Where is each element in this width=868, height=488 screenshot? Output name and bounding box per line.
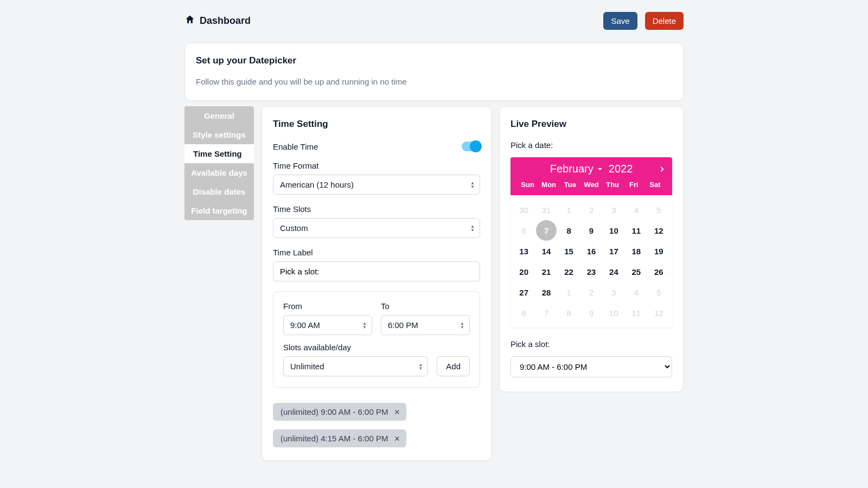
to-select[interactable]: 6:00 PM	[381, 315, 470, 335]
enable-time-label: Enable Time	[273, 142, 318, 151]
calendar-day[interactable]: 24	[603, 261, 624, 282]
calendar-day[interactable]: 20	[514, 261, 534, 282]
calendar-day[interactable]: 14	[536, 241, 557, 261]
delete-button[interactable]: Delete	[645, 12, 684, 30]
calendar-day: 4	[626, 282, 647, 303]
slot-select[interactable]: 9:00 AM - 6:00 PM	[510, 356, 672, 377]
calendar-day[interactable]: 21	[536, 261, 557, 282]
time-slots-label: Time Slots	[273, 204, 480, 214]
home-icon	[184, 14, 195, 28]
calendar-day: 10	[603, 303, 624, 323]
calendar-day[interactable]: 15	[559, 241, 579, 261]
calendar-day[interactable]: 18	[626, 241, 647, 261]
save-button[interactable]: Save	[603, 12, 637, 30]
select-chevron-icon: ▲▼	[460, 322, 464, 329]
calendar-day[interactable]: 17	[603, 241, 624, 261]
sidebar-item[interactable]: General	[184, 106, 254, 125]
time-format-select[interactable]: American (12 hours)	[273, 175, 480, 195]
calendar-day: 3	[603, 200, 624, 220]
calendar-day[interactable]: 11	[626, 220, 647, 241]
calendar-day[interactable]: 28	[536, 282, 557, 303]
calendar-day: 12	[648, 303, 669, 323]
calendar-day: 7	[536, 303, 557, 323]
calendar-day[interactable]: 23	[581, 261, 602, 282]
calendar-day: 2	[581, 200, 602, 220]
panel-title: Time Setting	[273, 119, 480, 130]
calendar-day[interactable]: 27	[514, 282, 534, 303]
calendar-day: 11	[626, 303, 647, 323]
add-slot-button[interactable]: Add	[437, 356, 470, 376]
brand-label: Dashboard	[200, 15, 251, 27]
remove-chip-button[interactable]	[393, 435, 401, 442]
slot-chip-label: (unlimited) 9:00 AM - 6:00 PM	[280, 407, 388, 416]
calendar-day: 5	[648, 200, 669, 220]
time-label-label: Time Label	[273, 248, 480, 257]
calendar-day[interactable]: 9	[581, 220, 602, 241]
calendar-day: 3	[603, 282, 624, 303]
brand: Dashboard	[184, 14, 251, 28]
calendar-day[interactable]: 10	[603, 220, 624, 241]
chevron-down-icon	[597, 166, 603, 172]
calendar-year[interactable]: 2022	[609, 163, 633, 175]
calendar-dow: Tue	[559, 178, 580, 191]
slot-builder: From 9:00 AM ▲▼ To 6:00 PM ▲▼	[273, 291, 480, 388]
calendar-day: 31	[536, 200, 557, 220]
slots-per-day-label: Slots available/day	[283, 343, 428, 352]
calendar-next-button[interactable]	[658, 165, 666, 173]
intro-subtitle: Follow this guide and you will be up and…	[196, 77, 672, 86]
close-icon	[393, 408, 401, 416]
enable-time-toggle[interactable]	[462, 142, 480, 151]
select-chevron-icon: ▲▼	[362, 322, 367, 329]
select-chevron-icon: ▲▼	[470, 224, 475, 232]
chevron-right-icon	[658, 165, 666, 173]
calendar-day[interactable]: 22	[559, 261, 579, 282]
from-select[interactable]: 9:00 AM	[283, 315, 372, 335]
calendar-dow: Fri	[623, 178, 644, 191]
remove-chip-button[interactable]	[393, 408, 401, 416]
calendar-day[interactable]: 26	[648, 261, 669, 282]
calendar-day: 1	[559, 200, 579, 220]
sidebar-item[interactable]: Time Setting	[184, 144, 254, 163]
sidebar-item[interactable]: Available days	[184, 163, 254, 182]
preview-title: Live Preview	[510, 119, 672, 130]
side-nav: GeneralStyle settingsTime SettingAvailab…	[184, 106, 254, 220]
calendar-day[interactable]: 13	[514, 241, 534, 261]
pick-slot-label: Pick a slot:	[510, 339, 672, 349]
calendar-day[interactable]: 7	[536, 220, 557, 241]
slots-per-day-select[interactable]: Unlimited	[283, 356, 428, 376]
sidebar-item[interactable]: Style settings	[184, 125, 254, 144]
calendar: February 2022 SunMonTueWedThuFriSat 3031…	[510, 157, 672, 328]
calendar-dow: Wed	[580, 178, 602, 191]
select-chevron-icon: ▲▼	[418, 363, 423, 370]
time-slots-select[interactable]: Custom	[273, 218, 480, 238]
sidebar-item[interactable]: Disable dates	[184, 182, 254, 201]
calendar-month-select[interactable]: February	[550, 163, 603, 175]
calendar-day: 2	[581, 282, 602, 303]
to-label: To	[381, 301, 470, 311]
calendar-day[interactable]: 19	[648, 241, 669, 261]
slot-chip: (unlimited) 9:00 AM - 6:00 PM	[273, 403, 406, 421]
calendar-day[interactable]: 8	[559, 220, 579, 241]
calendar-day: 5	[648, 282, 669, 303]
calendar-dow: Sun	[517, 178, 538, 191]
calendar-day[interactable]: 16	[581, 241, 602, 261]
intro-title: Set up your Datepicker	[196, 55, 672, 66]
calendar-day: 6	[514, 220, 534, 241]
calendar-day: 8	[559, 303, 579, 323]
calendar-day[interactable]: 25	[626, 261, 647, 282]
from-label: From	[283, 301, 372, 311]
live-preview-panel: Live Preview Pick a date: February 2022	[499, 106, 684, 392]
close-icon	[393, 435, 401, 442]
select-chevron-icon: ▲▼	[470, 181, 475, 189]
calendar-day: 4	[626, 200, 647, 220]
calendar-day[interactable]: 12	[648, 220, 669, 241]
calendar-dow: Mon	[538, 178, 559, 191]
calendar-day: 1	[559, 282, 579, 303]
calendar-dow: Sat	[644, 178, 666, 191]
slot-chip: (unlimited) 4:15 AM - 6:00 PM	[273, 429, 406, 447]
calendar-day: 30	[514, 200, 534, 220]
pick-date-label: Pick a date:	[510, 140, 672, 150]
time-label-input[interactable]	[273, 261, 480, 281]
sidebar-item[interactable]: Field targeting	[184, 201, 254, 220]
time-format-label: Time Format	[273, 161, 480, 170]
